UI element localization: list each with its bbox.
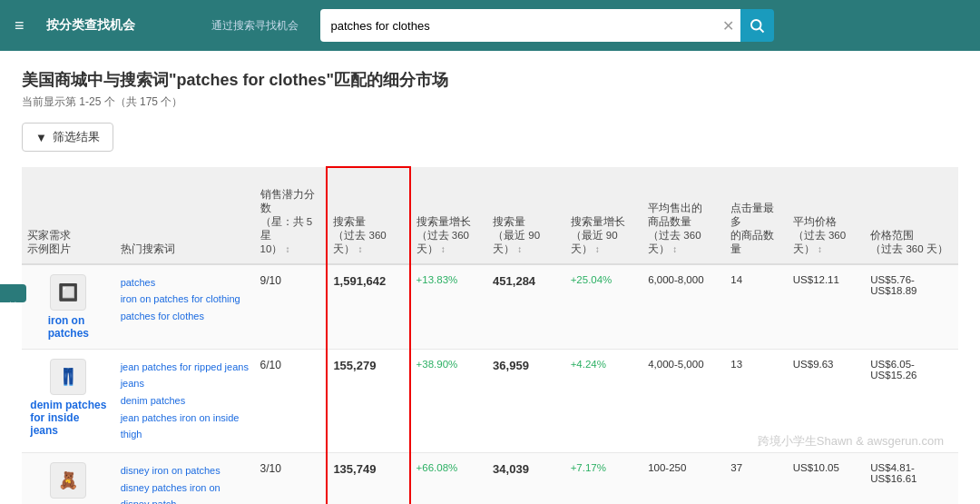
results-table: 买家需求 示例图片 热门搜索词 销售潜力分 数 （星：共 5 星 10） ↕ 搜… [22, 166, 958, 504]
table-row: 🧸 disney patches disney iron on patchesd… [22, 453, 958, 504]
search90-cell: 36,959 [487, 349, 565, 452]
col-header-search90: 搜索量 （最近 90 天） ↕ [487, 167, 565, 264]
col-header-topqty: 点击量最多 的商品数量 [725, 167, 787, 264]
col-header-qty360: 平均售出的 商品数量 （过去 360 天） ↕ [642, 167, 725, 264]
keyword-item[interactable]: patches [121, 274, 250, 292]
growth90-value: +4.24% [571, 359, 606, 370]
topqty-cell: 13 [725, 349, 787, 452]
keyword-item[interactable]: patches for clothes [121, 308, 250, 325]
table-row: 👖 denim patchesfor insidejeans jean patc… [22, 349, 958, 452]
col-header-pricerange: 价格范围 （过去 360 天） [865, 167, 958, 264]
col-header-demand: 买家需求 示例图片 [22, 167, 115, 264]
keywords-cell: patchesiron on patches for clothingpatch… [115, 264, 255, 350]
col-header-avgprice: 平均价格 （过去 360 天） ↕ [788, 167, 866, 264]
search90-value: 451,284 [493, 274, 535, 288]
growth360-cell: +38.90% [410, 349, 488, 452]
search90-cell: 451,284 [487, 264, 565, 350]
filter-icon: ▼ [35, 131, 47, 144]
score-value: 9/10 [260, 274, 281, 287]
qty360-cell: 4,000-5,000 [642, 349, 725, 452]
score-value: 3/10 [260, 462, 281, 475]
search360-value: 1,591,642 [333, 274, 386, 288]
product-name[interactable]: iron onpatches [48, 314, 89, 340]
search360-value: 155,279 [333, 359, 376, 372]
product-name[interactable]: denim patchesfor insidejeans [30, 399, 106, 437]
header: ≡ 按分类查找机会 通过搜索寻找机会 ✕ [0, 0, 980, 51]
page-subtitle: 当前显示第 1-25 个（共 175 个） [22, 94, 958, 110]
topqty-cell: 14 [725, 264, 787, 350]
demand-cell: 🔲 iron onpatches [22, 264, 115, 350]
search-bar: ✕ [320, 9, 774, 42]
search360-cell: 1,591,642 [327, 264, 409, 350]
growth90-cell: +25.04% [565, 264, 643, 350]
search360-cell: 155,279 [327, 349, 409, 452]
product-thumb: 🧸 [50, 462, 86, 499]
col-header-score: 销售潜力分 数 （星：共 5 星 10） ↕ [255, 167, 328, 264]
feedback-button[interactable]: 反馈 [0, 284, 26, 302]
keyword-item[interactable]: jeans [121, 375, 250, 392]
avgprice-cell: US$9.63 [788, 349, 866, 452]
pricerange-cell: US$6.05-US$15.26 [865, 349, 958, 452]
col-header-keywords: 热门搜索词 [115, 167, 255, 264]
col-header-search360: 搜索量 （过去 360 天） ↕ [327, 167, 409, 264]
table-header-row: 买家需求 示例图片 热门搜索词 销售潜力分 数 （星：共 5 星 10） ↕ 搜… [22, 167, 958, 264]
keyword-item[interactable]: jean patches for ripped jeans [121, 359, 250, 376]
topqty-cell: 37 [725, 453, 787, 504]
keyword-item[interactable]: iron on patches for clothing [121, 291, 250, 308]
score-value: 6/10 [260, 359, 281, 371]
keyword-item[interactable]: disney patches iron on [121, 479, 250, 497]
search90-value: 36,959 [493, 359, 529, 372]
keyword-item[interactable]: disney iron on patches [121, 462, 250, 479]
search360-value: 135,749 [333, 462, 376, 476]
growth90-cell: +4.24% [565, 349, 643, 452]
keywords-cell: disney iron on patchesdisney patches iro… [115, 453, 255, 504]
menu-icon[interactable]: ≡ [15, 16, 24, 35]
col-header-growth90: 搜索量增长 （最近 90 天） ↕ [565, 167, 643, 264]
search90-cell: 34,039 [487, 453, 565, 504]
product-thumb: 👖 [50, 359, 86, 395]
filter-label: 筛选结果 [53, 129, 100, 145]
product-thumb: 🔲 [50, 274, 86, 311]
keyword-item[interactable]: denim patches [121, 392, 250, 410]
growth90-cell: +7.17% [565, 453, 643, 504]
search-clear-icon[interactable]: ✕ [722, 17, 734, 35]
search90-value: 34,039 [493, 462, 529, 476]
score-cell: 3/10 [255, 453, 328, 504]
growth360-value: +66.08% [416, 462, 458, 473]
svg-line-1 [760, 28, 764, 32]
avgprice-cell: US$12.11 [788, 264, 866, 350]
demand-cell: 🧸 disney patches [22, 453, 115, 504]
growth360-cell: +66.08% [410, 453, 488, 504]
growth360-value: +38.90% [416, 359, 458, 370]
score-cell: 9/10 [255, 264, 328, 350]
table-row: 🔲 iron onpatches patchesiron on patches … [22, 264, 958, 350]
qty360-cell: 6,000-8,000 [642, 264, 725, 350]
demand-cell: 👖 denim patchesfor insidejeans [22, 349, 115, 452]
keyword-item[interactable]: jean patches iron on inside thigh [121, 410, 250, 443]
score-cell: 6/10 [255, 349, 328, 452]
growth90-value: +7.17% [571, 462, 606, 473]
col-header-growth360: 搜索量增长 （过去 360 天） ↕ [410, 167, 488, 264]
growth360-cell: +13.83% [410, 264, 488, 350]
growth360-value: +13.83% [416, 274, 458, 285]
page-title: 美国商城中与搜索词"patches for clothes"匹配的细分市场 [22, 69, 958, 91]
growth90-value: +25.04% [571, 274, 612, 285]
avgprice-cell: US$10.05 [788, 453, 866, 504]
filter-button[interactable]: ▼ 筛选结果 [22, 123, 113, 152]
header-title: 按分类查找机会 [46, 17, 135, 34]
search-button[interactable] [740, 9, 774, 42]
search-label: 通过搜索寻找机会 [211, 18, 299, 34]
search360-cell: 135,749 [327, 453, 409, 504]
keyword-item[interactable]: disney patch [121, 496, 250, 504]
page-content: 美国商城中与搜索词"patches for clothes"匹配的细分市场 当前… [0, 51, 980, 504]
keywords-cell: jean patches for ripped jeansjeansdenim … [115, 349, 255, 452]
qty360-cell: 100-250 [642, 453, 725, 504]
svg-point-0 [751, 20, 761, 30]
pricerange-cell: US$5.76-US$18.89 [865, 264, 958, 350]
pricerange-cell: US$4.81-US$16.61 [865, 453, 958, 504]
search-input[interactable] [320, 9, 740, 42]
